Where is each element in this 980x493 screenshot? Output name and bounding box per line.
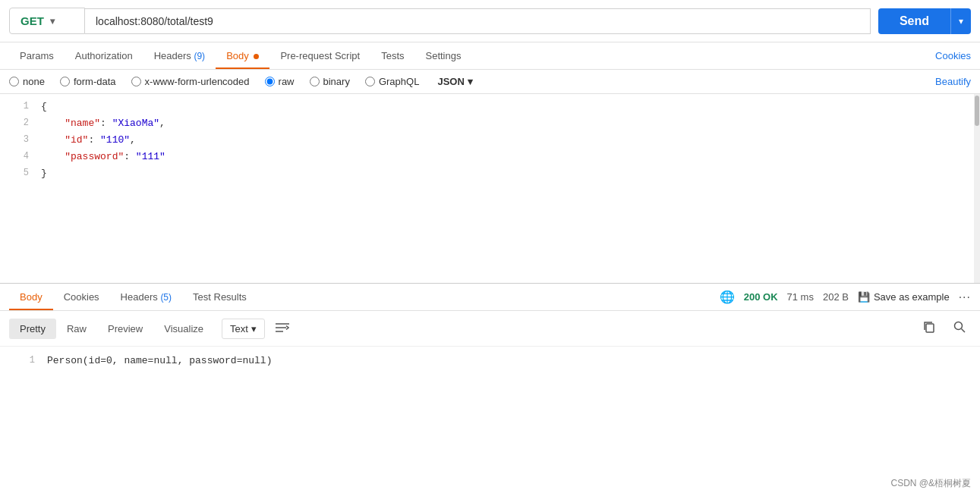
option-binary[interactable]: binary [310,76,350,87]
response-body: 1 Person(id=0, name=null, password=null) [0,347,980,400]
resp-tab-body[interactable]: Body [9,284,53,310]
option-urlencoded[interactable]: x-www-form-urlencoded [131,76,250,87]
text-format-dropdown[interactable]: Text ▾ [222,319,265,339]
tab-tests[interactable]: Tests [370,42,414,69]
response-size: 202 B [823,291,849,303]
code-line-2: 2 "name": "XiaoMa", [0,115,980,132]
response-time: 71 ms [787,291,814,303]
tab-authorization[interactable]: Authorization [65,42,143,69]
code-line-5: 5 } [0,165,980,182]
fmt-tab-visualize[interactable]: Visualize [153,319,214,339]
footer-text: CSDN @&梧桐树夏 [890,478,971,488]
json-format-dropdown[interactable]: JSON ▾ [437,76,472,87]
code-editor[interactable]: 1 { 2 "name": "XiaoMa", 3 "id": "110", 4… [0,94,980,284]
code-line-4: 4 "password": "111" [0,149,980,165]
save-example-label: Save as example [874,291,950,303]
resp-headers-badge: (5) [160,292,172,303]
resp-format-right [918,317,971,340]
fmt-tab-pretty[interactable]: Pretty [9,319,56,339]
status-badge: 200 OK [744,291,778,303]
option-none[interactable]: none [9,76,45,87]
response-tabs: Body Cookies Headers (5) Test Results 🌐 … [0,284,980,311]
tab-headers[interactable]: Headers (9) [143,42,216,69]
cookies-link[interactable]: Cookies [935,42,971,69]
code-line-3: 3 "id": "110", [0,132,980,149]
svg-point-4 [955,322,963,330]
method-label: GET [20,14,44,27]
resp-line-1: 1 Person(id=0, name=null, password=null) [6,353,974,369]
scrollbar-thumb [975,96,979,126]
resp-tab-test-results[interactable]: Test Results [182,284,257,310]
send-button[interactable]: Send [878,8,950,34]
resp-tab-headers[interactable]: Headers (5) [110,284,182,310]
tab-pre-request-script[interactable]: Pre-request Script [269,42,370,69]
json-chevron-icon: ▾ [468,76,473,87]
method-chevron-icon: ▾ [50,16,55,27]
more-options-icon[interactable]: ··· [959,290,971,304]
resp-tab-cookies[interactable]: Cookies [53,284,110,310]
response-section: Body Cookies Headers (5) Test Results 🌐 … [0,284,980,400]
search-icon[interactable] [948,317,971,340]
svg-rect-3 [926,324,934,332]
save-icon: 💾 [858,291,870,303]
headers-badge: (9) [194,51,205,61]
svg-line-5 [962,329,966,333]
send-btn-group: Send ▾ [878,8,971,34]
wrap-icon[interactable] [271,319,294,338]
fmt-tab-preview[interactable]: Preview [97,319,153,339]
copy-icon[interactable] [918,317,941,340]
footer: CSDN @&梧桐树夏 [881,474,980,493]
globe-icon: 🌐 [720,290,735,304]
option-form-data[interactable]: form-data [60,76,116,87]
text-format-label: Text [230,323,248,334]
save-example-button[interactable]: 💾 Save as example [858,291,950,303]
fmt-tab-raw[interactable]: Raw [56,319,97,339]
response-format-bar: Pretty Raw Preview Visualize Text ▾ [0,311,980,347]
tab-params[interactable]: Params [9,42,65,69]
request-tabs: Params Authorization Headers (9) Body Pr… [0,42,980,70]
method-selector[interactable]: GET ▾ [9,8,85,34]
tab-settings[interactable]: Settings [415,42,472,69]
response-meta: 🌐 200 OK 71 ms 202 B 💾 Save as example ·… [720,290,971,304]
send-chevron-button[interactable]: ▾ [950,8,971,34]
url-input[interactable] [85,8,871,34]
text-chevron-icon: ▾ [251,323,257,334]
json-format-label: JSON [437,76,464,87]
code-line-1: 1 { [0,99,980,115]
body-options: none form-data x-www-form-urlencoded raw… [0,70,980,94]
tab-body[interactable]: Body [216,42,269,69]
beautify-button[interactable]: Beautify [935,76,971,87]
url-bar: GET ▾ Send ▾ [0,0,980,42]
body-dot-icon [254,54,259,59]
resp-content: Person(id=0, name=null, password=null) [47,353,272,369]
option-raw[interactable]: raw [265,76,295,87]
option-graphql[interactable]: GraphQL [365,76,419,87]
editor-scrollbar[interactable] [974,94,980,283]
